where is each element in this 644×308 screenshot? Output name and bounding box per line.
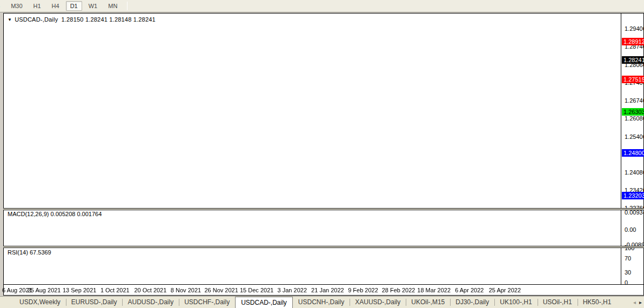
- macd-name: MACD(12,26,9): [8, 211, 49, 217]
- timeframe-button-h4[interactable]: H4: [48, 1, 64, 11]
- price-axis-border: [621, 13, 621, 285]
- tab-scroll-right-icon[interactable]: ▸: [639, 299, 642, 305]
- chart-tab-usdcnh-daily[interactable]: USDCNH-,Daily: [293, 297, 350, 308]
- chart-symbol-period-label: USDCAD-,Daily: [15, 16, 58, 23]
- price-tick-label: 1.24080: [625, 169, 644, 176]
- macd-pane-splitter[interactable]: [3, 208, 644, 210]
- terminal-window: 5M30H1H4D1W1MN ▼USDCAD-,Daily 1.28150 1.…: [0, 0, 644, 308]
- timeframe-button-mn[interactable]: MN: [104, 1, 122, 11]
- symbol-dropdown-icon[interactable]: ▼: [8, 17, 12, 22]
- level-price-badge: 1.28912: [622, 38, 644, 45]
- date-tick-label: 15 Dec 2021: [240, 287, 273, 293]
- toolbar-separator: [127, 2, 128, 10]
- date-tick-label: 8 Nov 2021: [171, 287, 201, 293]
- date-tick-label: 18 Mar 2022: [417, 287, 451, 293]
- rsi-value: 67.5369: [30, 249, 51, 256]
- rsi-pane-splitter[interactable]: [3, 246, 644, 248]
- macd-tick-label: 0.00: [625, 226, 636, 233]
- timeframe-button-5[interactable]: 5: [0, 1, 4, 11]
- macd-indicator-label: MACD(12,26,9) 0.005208 0.001764: [8, 211, 102, 217]
- tab-scroll-buttons: ◂▸: [633, 297, 642, 308]
- date-tick-label: 9 Feb 2022: [348, 287, 378, 293]
- timeframe-button-h1[interactable]: H1: [29, 1, 45, 11]
- rsi-name: RSI(14): [8, 249, 28, 256]
- date-tick-label: 3 Jan 2022: [278, 287, 307, 293]
- price-tick-label: 1.25400: [625, 133, 644, 140]
- chart-tab-xauusd-daily[interactable]: XAUUSD-,Daily: [350, 297, 406, 308]
- level-price-badge: 1.27515: [622, 76, 644, 83]
- timeframe-toolbar: 5M30H1H4D1W1MN: [0, 0, 644, 12]
- price-tick-label: 1.26740: [625, 97, 644, 104]
- chart-tab-usdx-weekly[interactable]: USDX,Weekly: [14, 297, 66, 308]
- level-price-badge: 1.26303: [622, 108, 644, 116]
- tab-scroll-left-icon[interactable]: ◂: [633, 299, 636, 305]
- date-tick-label: 21 Jan 2022: [311, 287, 344, 293]
- current-price-badge: 1.28241: [622, 56, 644, 64]
- date-tick-label: 28 Feb 2022: [382, 287, 415, 293]
- level-price-badge: 1.24800: [622, 149, 644, 157]
- timeframe-button-d1[interactable]: D1: [66, 1, 82, 11]
- chart-ohlc-values: 1.28150 1.28241 1.28148 1.28241: [61, 16, 155, 23]
- date-tick-label: 13 Sep 2021: [63, 287, 96, 293]
- chart-tab-audusd-daily[interactable]: AUDUSD-,Daily: [122, 297, 179, 308]
- chart-tab-uk100-h1[interactable]: UK100-,H1: [494, 297, 537, 308]
- chart-tab-usdcad-daily[interactable]: USDCAD-,Daily: [235, 297, 293, 308]
- level-price-badge: 1.23203: [622, 192, 644, 199]
- date-tick-label: 25 Apr 2022: [489, 287, 521, 293]
- chart-window: [3, 13, 644, 296]
- rsi-tick-label: 0: [625, 279, 628, 286]
- chart-tab-eurusd-daily[interactable]: EURUSD-,Daily: [66, 297, 123, 308]
- rsi-indicator-label: RSI(14) 67.5369: [8, 249, 51, 256]
- date-tick-label: 6 Apr 2022: [455, 287, 484, 293]
- macd-values: 0.005208 0.001764: [50, 211, 102, 217]
- chart-tab-hk50-h1[interactable]: HK50-,H1: [578, 297, 617, 308]
- chart-tab-usdchf-daily[interactable]: USDCHF-,Daily: [179, 297, 235, 308]
- chart-tab-usoil-h1[interactable]: USOil-,H1: [538, 297, 578, 308]
- chart-tab-dj30-daily[interactable]: DJ30-,Daily: [450, 297, 494, 308]
- date-tick-label: 25 Aug 2021: [28, 287, 61, 293]
- date-tick-label: 20 Oct 2021: [134, 287, 166, 293]
- chart-tab-ukoil-m15[interactable]: UKOil-,M15: [406, 297, 450, 308]
- chart-title: ▼USDCAD-,Daily 1.28150 1.28241 1.28148 1…: [8, 16, 156, 23]
- timeframe-button-w1[interactable]: W1: [84, 1, 102, 11]
- date-tick-label: 1 Oct 2021: [100, 287, 130, 293]
- timeframe-button-m30[interactable]: M30: [6, 1, 26, 11]
- price-tick-label: 1.29400: [625, 25, 644, 32]
- rsi-tick-label: 70: [625, 255, 631, 262]
- date-tick-label: 26 Nov 2021: [204, 287, 238, 293]
- date-axis-separator: [3, 284, 644, 285]
- tab-bar-spacer: [0, 297, 14, 308]
- chart-tab-bar: USDX,WeeklyEURUSD-,DailyAUDUSD-,DailyUSD…: [0, 296, 644, 308]
- rsi-tick-label: 30: [625, 269, 631, 276]
